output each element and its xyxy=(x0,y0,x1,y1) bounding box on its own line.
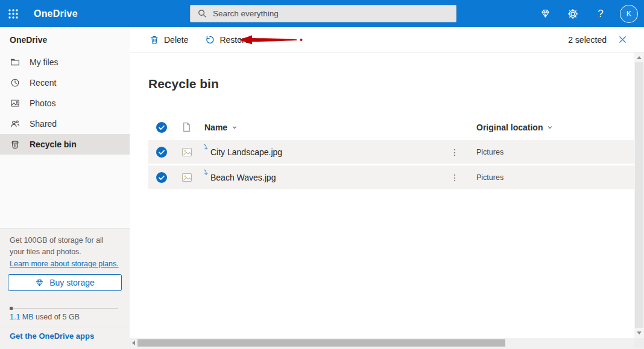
trash-icon xyxy=(150,35,159,45)
help-icon: ? xyxy=(598,8,603,20)
buy-storage-button[interactable]: Buy storage xyxy=(8,274,122,291)
photos-icon xyxy=(10,98,20,109)
storage-used-suffix: used of 5 GB xyxy=(34,313,80,321)
delete-button[interactable]: Delete xyxy=(150,35,188,45)
onedrive-window: OneDrive Search everything xyxy=(0,0,644,349)
people-icon xyxy=(10,119,20,129)
avatar-initial: K xyxy=(627,10,631,18)
more-actions-button[interactable]: ⋮ xyxy=(448,173,461,182)
app-header: OneDrive Search everything xyxy=(0,0,644,27)
scroll-left-arrow[interactable] xyxy=(132,341,135,345)
sidebar-item-photos[interactable]: Photos xyxy=(0,93,130,114)
selection-status: 2 selected xyxy=(568,35,607,45)
header-actions: ? K xyxy=(534,0,638,27)
storage-used-amount: 1.1 MB xyxy=(10,313,34,321)
storage-usage-text: 1.1 MB used of 5 GB xyxy=(10,313,80,321)
sidebar-title: OneDrive xyxy=(10,35,47,45)
app-launcher-button[interactable] xyxy=(0,0,27,27)
recycle-bin-icon xyxy=(10,139,20,150)
scroll-down-arrow[interactable] xyxy=(637,331,642,335)
folder-icon xyxy=(10,57,20,68)
chevron-down-icon xyxy=(232,124,238,130)
sidebar-item-label: My files xyxy=(30,57,58,67)
checkbox-checked-icon xyxy=(156,122,167,133)
search-input[interactable]: Search everything xyxy=(190,5,456,22)
file-row[interactable]: Beach Waves.jpg ⋮ Pictures xyxy=(148,165,634,189)
column-name-label: Name xyxy=(204,123,227,132)
sidebar-item-recycle-bin[interactable]: Recycle bin xyxy=(0,134,130,155)
premium-button[interactable] xyxy=(534,3,556,25)
storage-promo-text: Get 100GB of storage for all your files … xyxy=(10,235,117,258)
buy-storage-label: Buy storage xyxy=(49,278,95,287)
page-title: Recycle bin xyxy=(148,77,219,91)
select-all-checkbox[interactable] xyxy=(156,122,167,133)
file-name[interactable]: Beach Waves.jpg xyxy=(203,173,276,182)
original-location: Pictures xyxy=(476,148,504,156)
sidebar-item-label: Photos xyxy=(30,98,56,108)
history-icon xyxy=(10,78,20,88)
image-file-icon xyxy=(182,172,192,183)
storage-promo: Get 100GB of storage for all your files … xyxy=(0,228,130,349)
image-file-icon xyxy=(182,147,192,158)
sidebar-item-label: Recycle bin xyxy=(30,139,77,149)
clear-selection-button[interactable] xyxy=(616,34,628,46)
click-indicator-icon xyxy=(203,169,210,176)
diamond-icon xyxy=(35,278,44,287)
vertical-scrollbar-thumb[interactable] xyxy=(635,62,643,328)
file-name-label: Beach Waves.jpg xyxy=(210,173,276,182)
gear-icon xyxy=(567,8,578,19)
click-indicator-icon xyxy=(203,144,210,150)
column-location-label: Original location xyxy=(476,123,543,132)
sidebar-item-recent[interactable]: Recent xyxy=(0,72,130,93)
help-button[interactable]: ? xyxy=(590,3,611,25)
vertical-scrollbar[interactable] xyxy=(634,53,644,338)
sidebar-item-shared[interactable]: Shared xyxy=(0,114,130,134)
delete-label: Delete xyxy=(164,35,188,45)
account-avatar[interactable]: K xyxy=(620,5,638,23)
sidebar: OneDrive My files Recent xyxy=(0,27,130,349)
row-checkbox[interactable] xyxy=(156,147,167,158)
storage-usage-track xyxy=(10,308,118,309)
scroll-up-arrow[interactable] xyxy=(637,56,642,59)
sidebar-divider xyxy=(0,327,130,327)
diamond-icon xyxy=(540,8,551,19)
selection-summary: 2 selected xyxy=(568,34,644,46)
search-icon xyxy=(198,9,207,18)
horizontal-scrollbar-thumb[interactable] xyxy=(137,339,505,347)
row-checkbox[interactable] xyxy=(156,172,167,183)
storage-plans-link[interactable]: Learn more about storage plans. xyxy=(10,260,119,268)
chevron-down-icon xyxy=(547,124,553,130)
search-placeholder: Search everything xyxy=(213,9,279,18)
document-icon xyxy=(182,122,192,133)
command-bar: Delete Restore 2 selected xyxy=(130,27,644,53)
checkbox-checked-icon xyxy=(156,172,167,183)
sidebar-item-my-files[interactable]: My files xyxy=(0,52,130,72)
horizontal-scrollbar[interactable] xyxy=(130,338,644,348)
file-name[interactable]: City Landscape.jpg xyxy=(203,147,282,157)
storage-usage-bar xyxy=(10,306,118,310)
storage-usage-used xyxy=(10,307,13,310)
app-title[interactable]: OneDrive xyxy=(34,8,78,19)
table-header-row: Name Original location xyxy=(148,117,634,138)
sidebar-item-label: Recent xyxy=(30,78,56,88)
column-header-original-location[interactable]: Original location xyxy=(476,123,553,132)
waffle-icon xyxy=(8,8,19,19)
sidebar-item-label: Shared xyxy=(30,119,57,129)
settings-button[interactable] xyxy=(562,3,584,25)
restore-icon xyxy=(205,35,215,45)
annotation-arrow xyxy=(238,34,306,45)
file-name-label: City Landscape.jpg xyxy=(210,147,282,157)
close-icon xyxy=(619,36,627,43)
column-header-name[interactable]: Name xyxy=(204,123,238,132)
sidebar-nav: My files Recent Photos xyxy=(0,52,130,155)
checkbox-checked-icon xyxy=(156,147,167,158)
get-apps-link[interactable]: Get the OneDrive apps xyxy=(10,331,94,341)
main-content: Recycle bin Name xyxy=(130,53,634,338)
more-actions-button[interactable]: ⋮ xyxy=(448,147,461,157)
file-row[interactable]: City Landscape.jpg ⋮ Pictures xyxy=(148,140,634,164)
original-location: Pictures xyxy=(476,173,504,182)
